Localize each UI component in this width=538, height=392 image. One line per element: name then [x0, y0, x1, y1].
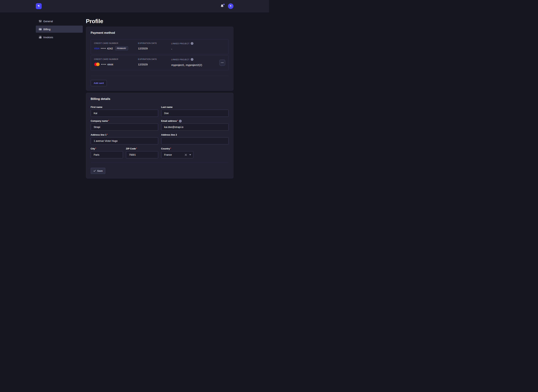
- card-last4: 4444: [107, 63, 113, 66]
- user-avatar[interactable]: [228, 3, 233, 9]
- clear-icon[interactable]: [184, 153, 187, 156]
- strapi-logo[interactable]: [36, 3, 42, 9]
- top-bar: [0, 0, 269, 12]
- city-field[interactable]: [91, 151, 123, 158]
- billing-form: First name Last name Company name*: [91, 106, 229, 158]
- expiration-date-label: EXPIRATION DATE: [138, 42, 171, 44]
- linked-project-value: -: [171, 47, 172, 51]
- payment-method-card: Payment method CREDIT CARD NUMBER VISA •…: [86, 27, 233, 91]
- credit-card-row: CREDIT CARD NUMBER •••• 4444 EXPIRATION …: [91, 55, 229, 70]
- strapi-mark-icon: [229, 5, 232, 7]
- address-line2-field[interactable]: [161, 137, 229, 145]
- first-name-label: First name: [91, 106, 158, 109]
- linked-project-label: LINKED PROJECT: [171, 42, 190, 45]
- sidebar-item-label: General: [43, 20, 53, 23]
- save-button[interactable]: Save: [91, 168, 105, 174]
- billing-details-heading: Billing details: [91, 97, 229, 101]
- sidebar-item-label: Invoices: [43, 36, 53, 39]
- email-label: Email address*: [161, 120, 229, 122]
- credit-card-number-label: CREDIT CARD NUMBER: [94, 42, 138, 44]
- credit-card-icon: [39, 28, 42, 31]
- first-name-field[interactable]: [91, 110, 158, 117]
- divider: [91, 76, 229, 76]
- strapi-mark-icon: [37, 4, 40, 8]
- address-line2-label: Address line 2: [161, 133, 229, 136]
- expiration-date-value: 12/2029: [138, 63, 148, 66]
- email-field[interactable]: [161, 123, 229, 131]
- country-label: Country*: [161, 147, 193, 150]
- address-line1-field[interactable]: [91, 137, 158, 145]
- linked-project-label: LINKED PROJECT: [171, 58, 190, 61]
- mastercard-logo: [94, 63, 100, 66]
- last-name-label: Last name: [161, 106, 229, 109]
- sliders-icon: [39, 19, 42, 23]
- address-line1-label: Address line 1*: [91, 133, 158, 136]
- more-options-icon: [221, 62, 222, 63]
- chevron-down-icon[interactable]: [189, 154, 191, 155]
- country-value: France: [164, 153, 184, 156]
- sidebar-item-billing[interactable]: Billing: [36, 26, 83, 33]
- zip-code-field[interactable]: [126, 151, 158, 158]
- main-content: Profile Payment method CREDIT CARD NUMBE…: [86, 18, 233, 178]
- sidebar-item-general[interactable]: General: [36, 18, 83, 25]
- info-icon[interactable]: [191, 42, 193, 45]
- payment-method-heading: Payment method: [91, 31, 229, 35]
- add-card-button[interactable]: Add card: [91, 80, 107, 86]
- save-button-label: Save: [97, 169, 103, 172]
- notification-dot: [223, 4, 224, 5]
- company-name-field[interactable]: [91, 123, 158, 131]
- visa-logo: VISA: [94, 47, 100, 50]
- zip-code-label: ZIP Code*: [126, 147, 158, 150]
- check-icon: [93, 170, 96, 172]
- invoice-icon: [39, 36, 42, 39]
- masked-digits: ••••: [101, 63, 107, 66]
- settings-nav: General Billing: [36, 18, 83, 178]
- sidebar-item-invoices[interactable]: Invoices: [36, 34, 83, 41]
- expiration-date-value: 12/2029: [138, 47, 148, 50]
- city-label: City*: [91, 147, 123, 150]
- app-root: General Billing: [0, 0, 269, 178]
- info-icon[interactable]: [191, 58, 193, 61]
- credit-card-row: CREDIT CARD NUMBER VISA •••• 4242 PRIMAR…: [91, 39, 229, 54]
- masked-digits: ••••: [101, 47, 106, 50]
- primary-badge: PRIMARY: [115, 46, 128, 51]
- billing-details-card: Billing details First name Last name Com…: [86, 93, 233, 178]
- info-icon[interactable]: [179, 120, 182, 122]
- card-last4: 4242: [107, 47, 113, 50]
- credit-card-number-label: CREDIT CARD NUMBER: [94, 58, 138, 60]
- country-select[interactable]: France: [161, 151, 193, 158]
- more-options-button[interactable]: [219, 60, 225, 66]
- last-name-field[interactable]: [161, 110, 229, 117]
- expiration-date-label: EXPIRATION DATE: [138, 58, 171, 60]
- page-title: Profile: [86, 18, 233, 25]
- linked-project-value: myproject1, myproject2(2): [171, 63, 202, 66]
- company-name-label: Company name*: [91, 120, 158, 122]
- sidebar-item-label: Billing: [43, 28, 51, 31]
- notifications-button[interactable]: [220, 4, 224, 8]
